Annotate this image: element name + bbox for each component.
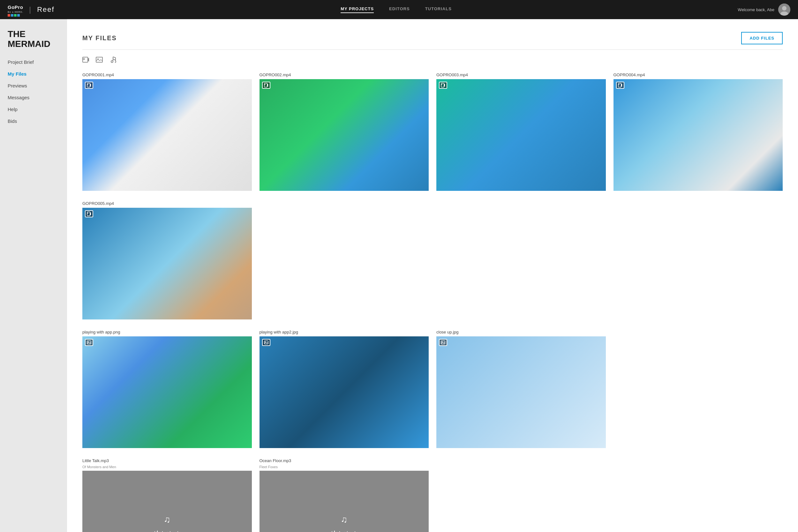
reef-logo: Reef: [37, 5, 54, 14]
main-content: MY FILES ADD FILES GOPRO001.mp4: [67, 19, 798, 532]
image-files-grid: playing with app.png playing with app2.j…: [82, 330, 783, 448]
welcome-text: Welcome back, Abe: [738, 7, 774, 12]
svg-point-30: [265, 341, 266, 342]
main-nav: MY PROJECTS EDITORS TUTORIALS: [55, 6, 738, 13]
svg-rect-12: [87, 83, 90, 87]
svg-rect-29: [264, 341, 268, 344]
svg-rect-16: [265, 84, 265, 85]
image-filter-icon[interactable]: [96, 56, 103, 65]
file-item[interactable]: GOPRO004.mp4: [613, 73, 783, 191]
svg-rect-18: [441, 83, 444, 87]
sidebar-item-project-brief[interactable]: Project Brief: [8, 59, 59, 65]
file-thumbnail: [436, 336, 606, 448]
user-avatar[interactable]: [778, 3, 790, 16]
svg-rect-31: [441, 341, 445, 344]
sidebar: THEMERMAID Project Brief My Files Previe…: [0, 19, 67, 532]
page-layout: THEMERMAID Project Brief My Files Previe…: [0, 19, 798, 532]
file-thumbnail: [613, 79, 783, 191]
file-item[interactable]: GOPRO003.mp4: [436, 73, 606, 191]
file-subtitle: Fleet Foxes: [260, 465, 429, 469]
audio-waveform: [328, 530, 360, 532]
audio-files-grid: Little Talk.mp3 Of Monsters and Men ♫: [82, 458, 783, 532]
image-badge: [85, 339, 93, 346]
top-navigation: GoPro Be a HERO. | Reef MY PROJECTS EDIT…: [0, 0, 798, 19]
svg-rect-8: [83, 58, 84, 60]
image-badge: [262, 339, 270, 346]
svg-rect-27: [87, 341, 91, 344]
file-thumbnail: [82, 336, 252, 448]
file-name: playing with app2.jpg: [260, 330, 429, 335]
file-item[interactable]: GOPRO002.mp4: [260, 73, 429, 191]
sidebar-item-previews[interactable]: Previews: [8, 83, 59, 89]
video-filter-icon[interactable]: [82, 56, 89, 65]
gopro-logo: GoPro Be a HERO.: [8, 3, 23, 17]
svg-rect-19: [441, 84, 442, 85]
nav-my-projects[interactable]: MY PROJECTS: [341, 6, 374, 13]
file-item[interactable]: Little Talk.mp3 Of Monsters and Men ♫: [82, 458, 252, 532]
svg-point-1: [782, 6, 786, 11]
project-title: THEMERMAID: [8, 30, 59, 49]
file-subtitle: Of Monsters and Men: [82, 465, 252, 469]
video-badge: [262, 82, 270, 89]
logo: GoPro Be a HERO. | Reef: [8, 3, 55, 17]
file-thumbnail: [82, 208, 252, 320]
file-name: playing with app.png: [82, 330, 252, 335]
nav-tutorials[interactable]: TUTORIALS: [425, 6, 452, 13]
sidebar-item-bids[interactable]: Bids: [8, 118, 59, 124]
file-item[interactable]: playing with app.png: [82, 330, 252, 448]
sidebar-item-my-files[interactable]: My Files: [8, 71, 59, 77]
nav-editors[interactable]: EDITORS: [389, 6, 410, 13]
sidebar-item-messages[interactable]: Messages: [8, 95, 59, 100]
file-item[interactable]: Ocean Floor.mp3 Fleet Foxes ♫: [260, 458, 429, 532]
svg-rect-9: [96, 57, 102, 62]
image-badge: [439, 339, 447, 346]
sidebar-nav: Project Brief My Files Previews Messages…: [8, 59, 59, 124]
add-files-button[interactable]: ADD FILES: [741, 32, 783, 44]
file-thumbnail: [436, 79, 606, 191]
filter-icons: [82, 56, 783, 65]
svg-point-32: [442, 341, 443, 342]
music-note-icon: ♫: [164, 514, 170, 525]
file-name: GOPRO003.mp4: [436, 73, 606, 77]
svg-rect-15: [264, 83, 267, 87]
audio-thumbnail: ♫: [260, 471, 429, 532]
svg-rect-22: [619, 84, 619, 85]
file-thumbnail: [82, 79, 252, 191]
file-item[interactable]: GOPRO001.mp4: [82, 73, 252, 191]
sidebar-item-help[interactable]: Help: [8, 107, 59, 112]
svg-rect-25: [88, 213, 88, 213]
file-item[interactable]: playing with app2.jpg: [260, 330, 429, 448]
user-area: Welcome back, Abe: [738, 3, 790, 16]
files-title: MY FILES: [82, 35, 117, 42]
files-header: MY FILES ADD FILES: [82, 32, 783, 44]
svg-rect-21: [618, 83, 621, 87]
file-name: GOPRO004.mp4: [613, 73, 783, 77]
file-name: Ocean Floor.mp3: [260, 458, 429, 463]
video-badge: [85, 210, 93, 217]
file-item[interactable]: GOPRO005.mp4: [82, 201, 252, 320]
file-thumbnail: [260, 336, 429, 448]
video-badge: [616, 82, 624, 89]
music-note-icon: ♫: [341, 514, 347, 525]
video-badge: [85, 82, 93, 89]
file-name: GOPRO001.mp4: [82, 73, 252, 77]
video-files-grid: GOPRO001.mp4 GOPRO002.mp4: [82, 73, 783, 191]
video-badge: [439, 82, 447, 89]
audio-waveform: [151, 530, 183, 532]
video-files-grid-2: GOPRO005.mp4: [82, 201, 783, 320]
svg-rect-13: [88, 84, 88, 85]
file-thumbnail: [260, 79, 429, 191]
file-name: GOPRO005.mp4: [82, 201, 252, 206]
audio-filter-icon[interactable]: [109, 56, 116, 65]
audio-thumbnail: ♫: [82, 471, 252, 532]
svg-point-11: [111, 61, 113, 62]
svg-rect-24: [87, 212, 90, 216]
file-name: close up.jpg: [436, 330, 606, 335]
file-item[interactable]: close up.jpg: [436, 330, 606, 448]
file-name: Little Talk.mp3: [82, 458, 252, 463]
file-name: GOPRO002.mp4: [260, 73, 429, 77]
svg-point-28: [88, 341, 89, 342]
files-divider: [82, 50, 783, 50]
